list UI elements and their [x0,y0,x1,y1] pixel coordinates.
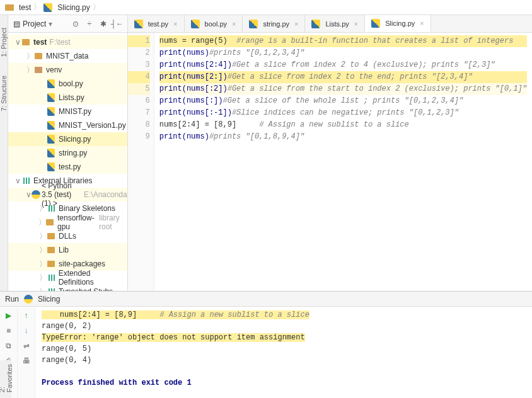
python-file-icon [43,3,52,12]
close-icon[interactable]: × [294,20,298,28]
tree-python35[interactable]: ∨< Python 3.5 (test) (1) >E:\Anaconda [8,188,127,202]
run-header: Run Slicing [0,292,532,307]
project-tree: ∨testF:\test 〉MNIST_data 〉venv bool.py L… [8,33,127,291]
gear-icon[interactable]: ✱ [98,19,108,29]
dock-tab-structure[interactable]: 7: Structure [0,76,8,111]
tab-bool[interactable]: bool.py× [185,15,243,32]
layout-icon[interactable]: ⧉ [4,341,14,351]
left-dock: 1: Project 7: Structure [0,15,8,291]
down-arrow-icon[interactable]: ↓ [21,326,32,336]
hide-icon[interactable]: ┤← [112,19,122,29]
tree-mnist-v1[interactable]: MNIST_Version1.py [8,118,127,132]
python-file-icon [191,20,200,28]
python-file-icon [134,20,143,28]
chevron-right-icon: 〉 [93,2,100,13]
editor-area: test.py× bool.py× string.py× Lists.py× S… [128,15,532,291]
tree-venv[interactable]: 〉venv [8,63,127,77]
dropdown-icon[interactable]: ▾ [49,20,52,28]
python-file-icon [311,20,320,28]
breadcrumb: test 〉 Slicing.py 〉 [0,0,532,15]
run-tool-column-2: ↑ ↓ ⇌ 🖶 [18,307,35,398]
chevron-right-icon: 〉 [33,2,41,13]
tree-mnist-py[interactable]: MNIST.py [8,105,127,118]
run-icon[interactable]: ▶ [4,310,14,321]
run-panel: Run Slicing ▶ ■ ⧉ ⎙ ✕ ↑ ↓ ⇌ 🖶 nums[2:4] … [0,291,532,398]
tree-mnist-data[interactable]: 〉MNIST_data [8,49,127,63]
tree-test-py[interactable]: test.py [8,160,127,174]
project-panel: ▤ Project ▾ ⊙ ÷ ✱ ┤← ∨testF:\test 〉MNIST… [8,15,128,291]
close-icon[interactable]: × [354,20,358,28]
python-file-icon [249,20,258,28]
stop-icon[interactable]: ■ [4,326,14,336]
close-icon[interactable]: × [420,20,424,27]
wrap-icon[interactable]: ⇌ [21,341,32,351]
breadcrumb-file[interactable]: Slicing.py [57,3,90,12]
run-title: Run [5,295,19,304]
console-output[interactable]: nums[2:4] = [8,9] # Assign a new sublist… [35,307,532,398]
gutter: 123456789 [128,33,154,291]
project-icon: ▤ [13,20,20,28]
tree-tensorflow-gpu[interactable]: 〉tensorflow-gpulibrary root [8,215,127,229]
breadcrumb-root[interactable]: test [19,3,31,12]
close-icon[interactable]: × [232,20,236,28]
tab-lists[interactable]: Lists.py× [305,15,365,32]
tab-test[interactable]: test.py× [128,15,185,32]
project-title: Project [23,20,46,28]
tree-root-test[interactable]: ∨testF:\test [8,35,127,49]
collapse-icon[interactable]: ⊙ [71,19,81,29]
tree-lists[interactable]: Lists.py [8,91,127,105]
folder-icon [5,4,14,11]
python-file-icon [371,19,380,28]
print-icon[interactable]: 🖶 [21,356,32,366]
close-icon[interactable]: × [173,20,177,28]
project-header: ▤ Project ▾ ⊙ ÷ ✱ ┤← [8,15,127,33]
dock-tab-project[interactable]: 1: Project [0,28,8,57]
dock-tab-favorites[interactable]: 2: Favorites [0,364,13,392]
left-dock-bottom: 2: Favorites ★ [0,360,11,398]
locate-icon[interactable]: ÷ [84,19,95,29]
tree-lib[interactable]: 〉Lib [8,243,127,257]
editor-tabs: test.py× bool.py× string.py× Lists.py× S… [128,15,532,33]
tab-string[interactable]: string.py× [243,15,305,32]
code-editor[interactable]: 123456789 nums = range(5) #range is a bu… [128,33,532,291]
tree-dlls[interactable]: 〉DLLs [8,229,127,243]
tree-string[interactable]: string.py [8,146,127,160]
up-arrow-icon[interactable]: ↑ [21,310,32,321]
tree-slicing[interactable]: Slicing.py [8,132,127,146]
run-config: Slicing [38,295,60,304]
tab-slicing[interactable]: Slicing.py× [365,15,431,32]
code-body[interactable]: nums = range(5) #range is a built-in fun… [154,33,532,291]
python-icon [24,295,33,304]
tree-extended-defs[interactable]: 〉Extended Definitions [8,271,127,285]
tree-bool[interactable]: bool.py [8,77,127,91]
